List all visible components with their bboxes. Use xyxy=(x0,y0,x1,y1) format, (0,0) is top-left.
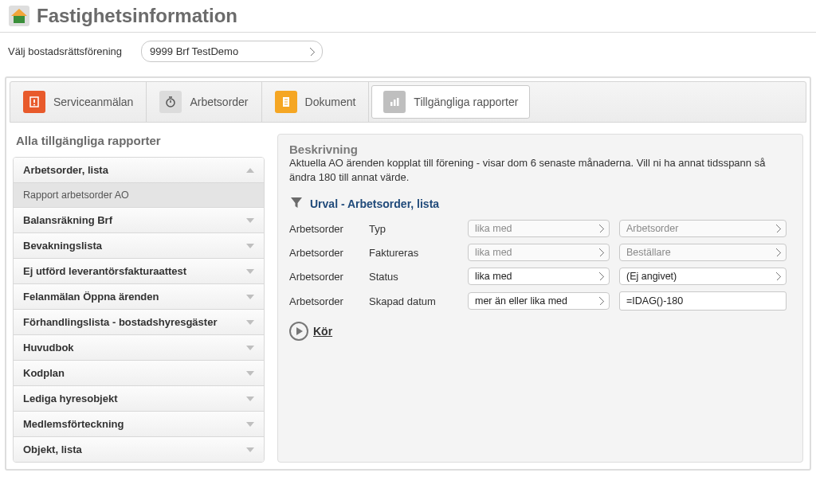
brf-selector-row: Välj bostadsrättsförening 9999 Brf TestD… xyxy=(0,33,816,76)
filter-field: Typ xyxy=(369,223,458,235)
run-row: Kör xyxy=(289,322,791,341)
chevron-down-icon xyxy=(246,346,254,350)
filter-op-select[interactable]: lika med xyxy=(468,220,610,237)
tab-tillgangliga-rapporter[interactable]: Tillgängliga rapporter xyxy=(371,85,530,119)
acc-item-label: Förhandlingslista - bostadshyresgäster xyxy=(23,316,217,328)
sidebar-heading: Alla tillgängliga rapporter xyxy=(13,134,265,147)
svg-rect-2 xyxy=(14,16,25,23)
chevron-down-icon xyxy=(246,320,254,325)
filter-op-select[interactable]: mer än eller lika med xyxy=(468,292,610,310)
tab-arbetsorder[interactable]: Arbetsorder xyxy=(147,82,261,122)
reports-sidebar: Alla tillgängliga rapporter Arbetsorder,… xyxy=(13,134,265,463)
chevron-up-icon xyxy=(246,168,254,173)
acc-item[interactable]: Objekt, lista xyxy=(14,437,264,462)
tab-label: Arbetsorder xyxy=(190,96,248,108)
acc-item-label: Huvudbok xyxy=(23,342,74,354)
acc-item[interactable]: Felanmälan Öppna ärenden xyxy=(14,284,264,310)
stopwatch-icon xyxy=(159,91,182,113)
acc-item-arbetsorder-lista[interactable]: Arbetsorder, lista xyxy=(14,158,264,183)
page-title: Fastighetsinformation xyxy=(37,5,237,27)
acc-item[interactable]: Medlemsförteckning xyxy=(14,412,264,437)
filter-val-select[interactable]: Beställare xyxy=(619,244,787,261)
svg-point-5 xyxy=(33,104,35,106)
filter-field: Status xyxy=(369,271,458,283)
filter-grid: Arbetsorder Typ lika med Arbetsorder Arb… xyxy=(289,220,791,311)
acc-item-label: Objekt, lista xyxy=(23,443,82,455)
filter-op-select[interactable]: lika med xyxy=(468,244,610,261)
filter-op-select[interactable]: lika med xyxy=(468,268,610,285)
filter-field: Faktureras xyxy=(369,247,458,259)
page-header: Fastighetsinformation xyxy=(0,0,816,33)
filter-val-select[interactable]: Arbetsorder xyxy=(619,220,787,237)
house-icon xyxy=(8,5,30,27)
brf-selector-label: Välj bostadsrättsförening xyxy=(8,45,122,57)
acc-sub-rapport-arbetsorder[interactable]: Rapport arbetsorder AO xyxy=(14,183,264,208)
acc-item[interactable]: Ej utförd leverantörsfakturaattest xyxy=(14,259,264,284)
acc-item[interactable]: Huvudbok xyxy=(14,335,264,361)
svg-marker-16 xyxy=(291,197,302,208)
acc-item-label: Ej utförd leverantörsfakturaattest xyxy=(23,265,186,277)
run-button[interactable]: Kör xyxy=(289,322,332,341)
acc-item-label: Arbetsorder, lista xyxy=(23,164,108,176)
svg-rect-15 xyxy=(397,98,399,106)
chevron-down-icon xyxy=(246,244,254,248)
tab-label: Serviceanmälan xyxy=(53,96,133,108)
acc-item[interactable]: Balansräkning Brf xyxy=(14,208,264,233)
svg-rect-13 xyxy=(390,102,393,106)
main-panel: Serviceanmälan Arbetsorder Dokument Till… xyxy=(5,76,811,471)
tab-label: Dokument xyxy=(305,96,356,108)
filter-val-input[interactable] xyxy=(619,291,787,311)
acc-item-label: Lediga hyresobjekt xyxy=(23,393,117,404)
chevron-down-icon xyxy=(246,397,254,401)
acc-item-label: Kodplan xyxy=(23,367,65,379)
acc-item[interactable]: Kodplan xyxy=(14,361,264,386)
beskrivning-text: Aktuella AO ärenden kopplat till förenin… xyxy=(289,156,791,184)
chart-icon xyxy=(383,91,406,113)
acc-item-label: Balansräkning Brf xyxy=(23,214,112,226)
filter-val-select[interactable]: (Ej angivet) xyxy=(619,268,787,285)
filter-entity: Arbetsorder xyxy=(289,271,359,283)
report-detail-panel: Beskrivning Aktuella AO ärenden kopplat … xyxy=(277,134,803,463)
urval-header: Urval - Arbetsorder, lista xyxy=(289,195,791,212)
tab-label: Tillgängliga rapporter xyxy=(414,96,518,108)
chevron-down-icon xyxy=(246,218,254,223)
chevron-down-icon xyxy=(246,422,254,427)
chevron-down-icon xyxy=(246,295,254,299)
funnel-icon xyxy=(289,195,304,212)
acc-item[interactable]: Lediga hyresobjekt xyxy=(14,386,264,412)
play-icon xyxy=(289,322,308,341)
chevron-down-icon xyxy=(246,269,254,274)
beskrivning-heading: Beskrivning xyxy=(289,143,791,156)
acc-item-label: Medlemsförteckning xyxy=(23,418,124,430)
chevron-down-icon xyxy=(246,371,254,376)
filter-entity: Arbetsorder xyxy=(289,295,359,307)
reports-accordion: Arbetsorder, lista Rapport arbetsorder A… xyxy=(13,157,265,463)
document-icon xyxy=(275,91,297,113)
acc-item-label: Felanmälan Öppna ärenden xyxy=(23,291,159,303)
brf-select[interactable]: 9999 Brf TestDemo xyxy=(141,41,323,62)
alert-icon xyxy=(23,91,45,113)
tab-serviceanmalan[interactable]: Serviceanmälan xyxy=(10,82,147,122)
filter-entity: Arbetsorder xyxy=(289,247,359,259)
tab-dokument[interactable]: Dokument xyxy=(262,82,370,122)
filter-field: Skapad datum xyxy=(369,295,458,307)
filter-entity: Arbetsorder xyxy=(289,223,359,235)
svg-rect-14 xyxy=(394,100,396,106)
acc-item[interactable]: Förhandlingslista - bostadshyresgäster xyxy=(14,310,264,335)
run-button-label: Kör xyxy=(313,325,332,338)
acc-item-label: Bevakningslista xyxy=(23,240,102,252)
content-area: Alla tillgängliga rapporter Arbetsorder,… xyxy=(10,123,806,466)
urval-title: Urval - Arbetsorder, lista xyxy=(310,197,439,210)
tab-bar: Serviceanmälan Arbetsorder Dokument Till… xyxy=(10,81,806,123)
chevron-down-icon xyxy=(246,447,254,452)
acc-item[interactable]: Bevakningslista xyxy=(14,233,264,259)
